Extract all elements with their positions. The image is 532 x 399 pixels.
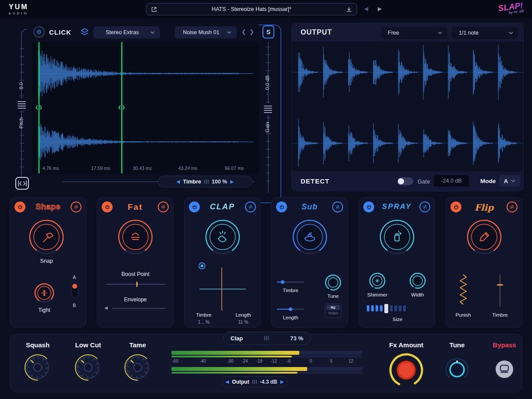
shape-tight-knob[interactable] [34,282,55,304]
gate-toggle[interactable] [397,177,413,185]
sub-tune-knob[interactable] [323,273,343,292]
increase-arrow-icon[interactable]: ▶ [280,379,284,384]
punish-slider[interactable] [458,273,469,308]
hz-notes-toggle[interactable]: Hz Notes [325,304,341,318]
chevron-down-icon [150,31,155,34]
level-meter: -60 -40 -30 -24 -18 -12 -6 0 6 12 [171,351,362,374]
notes-option[interactable]: Notes [325,311,341,315]
preset-back-button[interactable]: ◀ [364,6,368,12]
click-sample-dropdown[interactable]: Noise Mush 01 [174,26,237,39]
tighten-icon [39,287,50,299]
shimmer-label: Shimmer [364,292,390,297]
save-preset-icon[interactable] [346,6,352,13]
module-flip: Flip Punish Timbre [446,197,522,328]
gate-label: Gate [418,178,430,185]
clap-main-knob[interactable] [204,219,241,255]
flip-power-button[interactable] [450,201,461,212]
lowcut-knob[interactable] [74,353,102,381]
click-timbre-slider[interactable]: ◀ Timbre 100 % ▶ [158,176,252,187]
sample-prev-button[interactable]: ❮ [241,28,246,35]
sub-timbre-handle[interactable] [281,280,284,284]
fat-power-button[interactable] [102,201,113,212]
clap-xy-pad[interactable] [198,267,248,312]
marker-handle-icon[interactable]: ❮❯ [118,105,126,109]
lowcut-label: Low Cut [71,341,106,349]
sample-next-button[interactable]: ❯ [249,28,254,35]
snap-label: Snap [25,258,68,264]
output-waveform-display[interactable] [292,42,523,172]
shape-snap-knob[interactable] [28,219,65,255]
layers-icon[interactable] [80,27,89,37]
flip-main-knob[interactable] [466,219,503,255]
click-power-button[interactable] [33,26,45,38]
click-waveform-display[interactable]: ❮❯ ❮❯ 4.76 ms 17.59 ms 30.43 ms 43.24 ms… [33,42,259,173]
shape-randomize-button[interactable] [71,201,82,212]
pitch-handle[interactable] [18,99,26,111]
bypass-label: Bypass [488,341,521,349]
flip-timbre-slider[interactable] [500,275,500,307]
timbre-value: 100 % [212,179,227,185]
clap-send-slider[interactable]: Clap 73 % [223,332,311,345]
spray-randomize-button[interactable] [419,201,430,212]
sub-power-button[interactable] [276,201,287,212]
squash-knob[interactable] [24,353,52,381]
pitch-slider[interactable]: 0.0 Pitch [16,29,28,193]
tame-knob[interactable] [124,353,152,381]
preset-browser[interactable]: HATS - Stereoize Hats [mussar]* [146,3,357,15]
preset-forward-button[interactable]: ▶ [378,6,382,12]
export-preset-icon[interactable] [151,6,157,13]
ab-b-label: B [73,303,76,308]
boost-point-slider[interactable] [106,284,165,285]
spray-power-button[interactable] [363,201,374,212]
clap-randomize-button[interactable] [245,201,256,212]
flip-timbre-handle[interactable] [497,284,503,286]
size-selector[interactable] [367,304,406,313]
mode-dropdown[interactable]: A [499,175,520,187]
width-knob[interactable] [408,271,427,290]
click-solo-button[interactable]: S [262,25,274,39]
ab-toggle[interactable] [71,282,78,298]
end-marker[interactable]: ❮❯ [121,42,122,173]
note-dropdown[interactable]: 1/1 note [452,27,518,39]
sub-timbre-slider[interactable] [277,282,304,282]
submarine-icon [301,228,319,246]
envelope-slider[interactable] [112,308,165,309]
marker-handle-icon[interactable]: ❮❯ [35,105,43,109]
spray-main-knob[interactable] [379,219,415,255]
fat-main-knob[interactable] [117,219,154,255]
bottom-bar: Squash Low Cut Tame Clap 73 % -60 -40 -3… [10,334,522,392]
clap-power-button[interactable] [189,201,200,212]
sub-randomize-button[interactable] [332,201,343,212]
bypass-button[interactable] [494,359,515,380]
fx-amount-knob[interactable] [388,352,425,388]
sub-length-label: Length [277,315,304,320]
tune-knob[interactable] [445,358,469,381]
gain-value: 0.0 dB [265,75,270,90]
increase-arrow-icon[interactable]: ▶ [230,179,234,184]
hz-option[interactable]: Hz [326,305,340,310]
sync-dropdown[interactable]: Free [381,27,447,39]
decrease-arrow-icon[interactable]: ◀ [226,379,229,384]
sub-main-knob[interactable] [291,219,328,255]
gate-threshold-field[interactable]: -24.0 dB [434,175,469,187]
shape-power-button[interactable] [14,201,25,212]
decrease-arrow-icon[interactable]: ◀ [177,179,180,184]
start-marker[interactable]: ❮❯ [39,42,39,173]
tight-label: Tight [22,307,66,313]
click-title: CLICK [49,28,71,36]
waveform-zoom-button[interactable] [15,177,29,190]
shimmer-knob[interactable] [368,271,387,290]
sub-length-handle[interactable] [289,307,292,311]
output-panel: OUTPUT Free 1/1 note DETECT Gate -24.0 d… [291,23,524,191]
swap-arrows-icon [248,204,253,210]
envelope-direction-icon[interactable]: ◀ [104,305,108,310]
flip-randomize-button[interactable] [507,201,518,212]
sub-length-slider[interactable] [277,309,304,310]
fat-randomize-button[interactable] [158,201,169,212]
gain-slider[interactable]: 0.0 dB Gain [262,42,274,193]
click-layer-dropdown[interactable]: Stereo Extras [93,26,160,39]
boost-point-handle[interactable] [136,282,138,287]
output-gain-slider[interactable]: ◀ Output -4.3 dB ▶ [222,376,287,387]
gain-handle[interactable] [264,103,272,115]
clap-send-label: Clap [231,335,243,342]
